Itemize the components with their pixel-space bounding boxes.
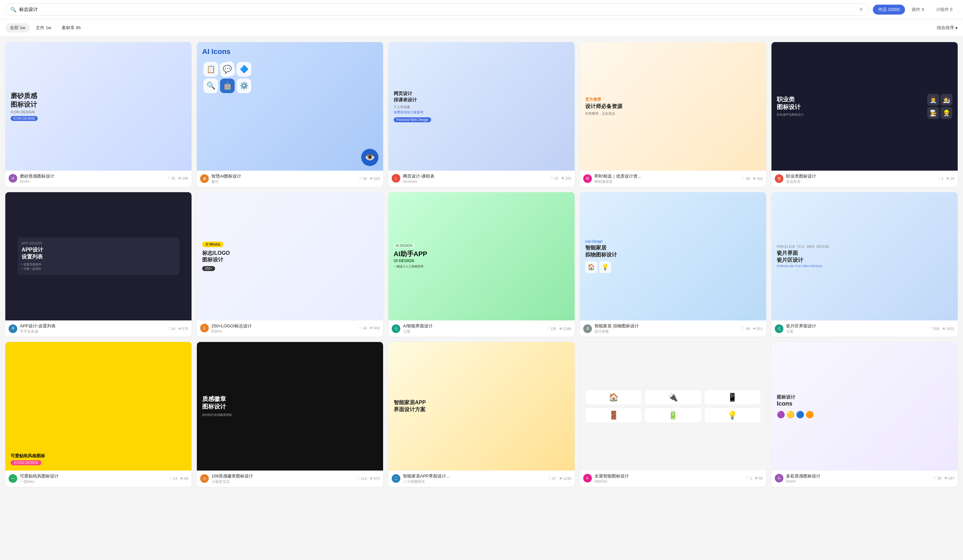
- card-title: 智能家居 拟物图标设计: [595, 323, 739, 329]
- likes-count: 97: [552, 476, 556, 481]
- filter-files[interactable]: 文件 1w: [31, 23, 56, 32]
- tab-works[interactable]: 作品 10000: [873, 5, 905, 15]
- card-title: 智能家居APP界面设计...: [403, 473, 545, 479]
- search-input[interactable]: [19, 7, 856, 12]
- likes-count: 24: [171, 327, 175, 331]
- card-item[interactable]: 智能家居APP界面设计方案 二 智能家居APP界面设计... 二十四楼阳光 ♡9…: [388, 342, 575, 487]
- eye-icon: 👁: [370, 326, 373, 330]
- card-meta: 即时精选｜优质设计资... 即时推荐官: [595, 173, 739, 184]
- card-author: 小鲨鱼宝宝: [211, 479, 354, 484]
- eye-icon: 👁: [755, 476, 758, 480]
- eye-icon: 👁: [752, 176, 756, 181]
- eye-icon: 👁: [944, 476, 948, 480]
- card-info: 平 APP设计-设置列表 平平无奇涵 ♡24 👁570: [5, 320, 191, 337]
- card-author: 一道Alex: [20, 479, 167, 484]
- card-item[interactable]: 网页设计排课表设计 个人作品集 免费提供给大家参考 Personal Web D…: [388, 42, 575, 187]
- likes-stat: ♡1: [746, 476, 752, 480]
- card-item[interactable]: 磨砂质感图标设计 ICON DESIGN ICON DESING H 磨砂质感图…: [5, 42, 191, 187]
- views-stat: 👁570: [178, 327, 188, 331]
- card-item[interactable]: AI Icons 📋 💬 🔷 🔍 🤖 ⚙️ 👁️ 素 智慧AI图标设计 素竹: [197, 42, 383, 187]
- heart-icon: ♡: [358, 176, 362, 181]
- likes-count: 48: [746, 327, 750, 331]
- heart-icon: ♡: [929, 326, 932, 331]
- avatar: 笤: [775, 174, 783, 183]
- card-item[interactable]: 🏠 🔌 📱 🚪 🔋 💡 K 全屋智能图标设计 kittyDay ♡1 👁60: [580, 342, 766, 487]
- views-stat: 👁325: [561, 176, 571, 180]
- card-title: 250+LOGO/标志设计: [211, 323, 356, 329]
- card-item[interactable]: PORCELAIN TILE AREA DESIGN 瓷片界面瓷片区设计 POR…: [772, 192, 958, 337]
- card-item[interactable]: 质感徽章图标设计 如何制作质感徽章图标 小 109质感徽章图标设计 小鲨鱼宝宝 …: [197, 342, 383, 487]
- likes-stat: ♡24: [358, 326, 366, 330]
- likes-count: 24: [363, 326, 366, 330]
- card-info: 设 智能家居 拟物图标设计 设计刺客 ♡48 👁551: [580, 320, 766, 337]
- card-title: 磨砂质感图标设计: [20, 173, 164, 179]
- cards-grid: 磨砂质感图标设计 ICON DESIGN ICON DESING H 磨砂质感图…: [0, 37, 963, 492]
- search-clear-button[interactable]: ✕: [858, 6, 864, 13]
- heart-icon: ♡: [358, 326, 362, 330]
- search-input-wrap: 🔍 ✕: [5, 3, 869, 16]
- views-count: 186: [182, 176, 188, 180]
- card-stats: ♡36 👁197: [933, 476, 954, 480]
- filter-all[interactable]: 全部 1w: [5, 23, 30, 32]
- card-item[interactable]: ⊙ Wistia 标志/LOGO图标设计 250+ E 250+LOGO/标志设…: [197, 192, 383, 337]
- likes-count: 13: [173, 476, 177, 481]
- eye-icon: 👁: [946, 176, 950, 181]
- filter-assets[interactable]: 素材库 95: [57, 23, 85, 32]
- card-author: Hoshi-: [786, 479, 931, 483]
- filter-tabs: 全部 1w 文件 1w 素材库 95: [5, 23, 86, 32]
- card-author: Elaina: [211, 329, 356, 333]
- card-item[interactable]: APP-DESIGN APP设计设置列表 • 设置页面组件• 大家一起进步 平 …: [5, 192, 191, 337]
- card-title: 职业类图标设计: [786, 173, 935, 179]
- heart-icon: ♡: [357, 476, 360, 481]
- card-info: 即 即时精选｜优质设计资... 即时推荐官 ♡39 👁343: [580, 171, 766, 187]
- card-meta: 磨砂质感图标设计 Hoshi-: [20, 173, 164, 183]
- likes-stat: ♡2: [937, 176, 944, 181]
- tab-widgets[interactable]: 小组件 0: [931, 5, 958, 15]
- eye-icon: 👁: [178, 176, 182, 180]
- card-title: 多彩质感图标设计: [786, 473, 931, 479]
- views-stat: 👁220: [370, 176, 380, 181]
- avatar: 一: [9, 474, 17, 483]
- card-info: 一 可爱贴纸风图标设计 一道Alex ♡13 👁69: [5, 471, 191, 487]
- card-item[interactable]: 图标设计Icons 🟣 🟡 🔵 🟠 H 多彩质感图标设计 Hoshi- ♡36 …: [772, 342, 958, 487]
- likes-stat: ♡48: [742, 326, 750, 331]
- views-count: 25: [950, 176, 954, 181]
- card-stats: ♡39 👁343: [742, 176, 763, 181]
- search-bar: 🔍 ✕ 作品 10000 插件 9 小组件 0: [0, 0, 963, 19]
- card-title: AI智能界面设计: [403, 323, 543, 329]
- heart-icon: ♡: [546, 326, 550, 331]
- card-item[interactable]: icon Design 智能家居拟物图标设计 🏠 💡 设 智能家居 拟物图标设计…: [580, 192, 766, 337]
- sort-button[interactable]: 综合排序 ▾: [937, 25, 958, 31]
- heart-icon: ♡: [167, 326, 170, 331]
- views-stat: 👁551: [752, 327, 763, 331]
- card-author: 笤语舟舟: [786, 179, 935, 184]
- avatar: E: [200, 324, 209, 332]
- card-info: 笤 职业类图标设计 笤语舟舟 ♡2 👁25: [772, 171, 958, 187]
- card-author: 二十四楼阳光: [403, 479, 545, 484]
- card-meta: APP设计-设置列表 平平无奇涵: [20, 323, 164, 334]
- avatar: 素: [200, 174, 209, 183]
- likes-count: 258: [933, 327, 939, 331]
- card-meta: 智能家居APP界面设计... 二十四楼阳光: [403, 473, 545, 484]
- card-title: 智慧AI图标设计: [211, 173, 356, 179]
- card-author: 即时推荐官: [595, 179, 739, 184]
- card-title: 即时精选｜优质设计资...: [595, 173, 739, 179]
- tab-plugins[interactable]: 插件 9: [906, 5, 929, 15]
- card-author: 七尾: [786, 329, 927, 334]
- card-item[interactable]: 职业类图标设计 彩色扁平化图标设计 👨‍💼 👩‍🔬 👨‍🍳 👷 笤 职业类图标设…: [772, 42, 958, 187]
- eye-icon: 👁: [942, 327, 946, 331]
- eye-icon: 👁: [561, 176, 565, 180]
- search-type-tabs: 作品 10000 插件 9 小组件 0: [873, 5, 958, 15]
- card-meta: 智慧AI图标设计 素竹: [211, 173, 356, 184]
- views-stat: 👁1831: [942, 327, 954, 331]
- eye-icon: 👁: [180, 476, 183, 481]
- avatar: 小: [200, 474, 209, 483]
- card-stats: ♡258 👁1831: [929, 326, 954, 331]
- card-meta: 智能家居 拟物图标设计 设计刺客: [595, 323, 739, 334]
- likes-stat: ♡258: [929, 326, 939, 331]
- card-item[interactable]: 可爱贴纸风格图标 ICONS DESIGN 一 可爱贴纸风图标设计 一道Alex…: [5, 342, 191, 487]
- likes-stat: ♡114: [357, 476, 366, 481]
- card-item[interactable]: AI DESIGN AI助手APP UI DESIGN 一键进入人工智能世界 七…: [388, 192, 575, 337]
- card-item[interactable]: 官方推荐 设计师必备资源 归类整理，点击直达 即 即时精选｜优质设计资... 即…: [580, 42, 766, 187]
- heart-icon: ♡: [933, 476, 937, 480]
